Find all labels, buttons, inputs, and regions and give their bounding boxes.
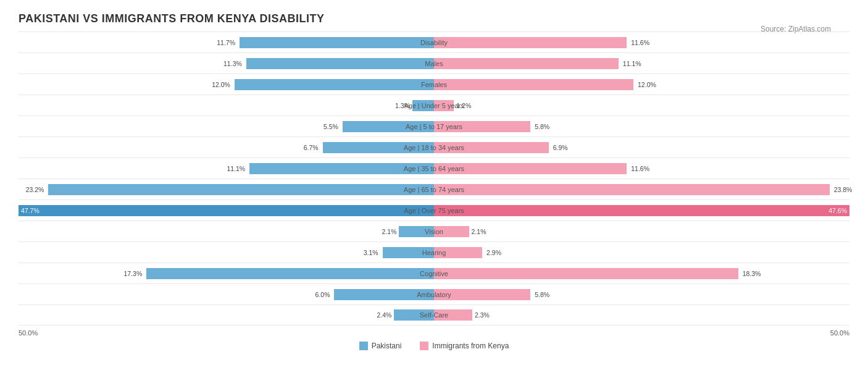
bar-area: 2.1% Vision 2.1% [19,221,849,242]
table-row: 3.1% Hearing 2.9% [19,242,849,262]
bar-left-wrapper: 2.4% [19,305,434,325]
bar-left-wrapper: 11.1% [19,158,434,178]
table-row: 2.4% Self-Care 2.3% [19,304,849,326]
bar-right-wrapper: 12.0% [434,74,849,94]
bar-left: 11.3% [246,58,434,69]
bar-left [399,226,434,237]
bar-left: 5.5% [343,121,434,132]
bar-left-wrapper: 11.3% [19,53,434,74]
bar-left: 47.7% [19,205,434,216]
bar-right [434,309,472,321]
val-left: 3.1% [364,249,381,256]
val-left: 11.3% [223,60,244,67]
val-right: 5.8% [532,291,549,298]
bar-left-wrapper: 12.0% [19,74,434,94]
val-left: 2.4% [377,311,394,319]
val-left: 6.7% [304,144,321,151]
bar-right: 11.6% [434,37,627,48]
val-right: 11.6% [628,39,649,46]
val-right: 23.8% [832,186,853,193]
bar-area: 17.3% Cognitive 18.3% [19,263,849,284]
bar-left: 3.1% [383,247,434,258]
bar-right: 12.0% [434,79,633,90]
bar-right: 23.8% [434,184,830,195]
bar-area: 5.5% Age | 5 to 17 years 5.8% [19,116,849,136]
bar-left-wrapper: 17.3% [19,263,434,284]
legend-item-kenya: Immigrants from Kenya [420,342,509,350]
bar-right-wrapper: 5.8% [434,116,849,136]
val-left: 23.2% [26,186,47,193]
bar-area: 6.7% Age | 18 to 34 years 6.9% [19,137,849,158]
bar-right: 11.1% [434,58,619,69]
table-row: 6.7% Age | 18 to 34 years 6.9% [19,136,849,158]
bar-right: 18.3% [434,268,738,279]
legend-item-pakistani: Pakistani [359,342,402,350]
bar-right [434,100,454,111]
bar-right: 6.9% [434,142,549,153]
bar-left: 11.1% [249,163,434,174]
bar-left [412,100,434,111]
table-row: 1.3% Age | Under 5 years 1.2% [19,94,849,116]
bar-area: 1.3% Age | Under 5 years 1.2% [19,95,849,116]
bar-left-wrapper: 5.5% [19,116,434,136]
axis-right-label: 50.0% [830,329,849,337]
val-left: 17.3% [124,270,145,277]
table-row: 2.1% Vision 2.1% [19,220,849,242]
bar-right-wrapper: 11.6% [434,158,849,178]
bar-right [434,226,469,237]
bar-left-wrapper: 23.2% [19,179,434,200]
table-row: 6.0% Ambulatory 5.8% [19,284,849,304]
bar-right-wrapper: 2.9% [434,242,849,262]
bar-left-wrapper: 2.1% [19,221,434,242]
bar-left-wrapper: 1.3% [19,95,434,116]
val-left-inside: 47.7% [19,207,40,214]
table-row: 23.2% Age | 65 to 74 years 23.8% [19,178,849,200]
bar-left: 12.0% [235,79,434,90]
legend-box-pakistani [359,342,368,350]
bar-area: 11.7% Disability 11.6% [19,32,849,52]
bar-right-wrapper: 2.3% [434,305,849,325]
legend: Pakistani Immigrants from Kenya [19,342,849,350]
table-row: 12.0% Females 12.0% [19,74,849,94]
bar-left-wrapper: 6.0% [19,284,434,304]
bar-area: 12.0% Females 12.0% [19,74,849,94]
bar-right: 5.8% [434,121,530,132]
val-left: 2.1% [382,228,399,235]
bar-area: 3.1% Hearing 2.9% [19,242,849,262]
table-row: 11.7% Disability 11.6% [19,32,849,52]
bar-right-wrapper: 6.9% [434,137,849,158]
legend-box-kenya [420,342,428,350]
bar-area: 47.7% Age | Over 75 years 47.6% [19,200,849,220]
val-left: 11.1% [227,165,248,172]
table-row: 5.5% Age | 5 to 17 years 5.8% [19,116,849,136]
bar-area: 11.3% Males 11.1% [19,53,849,74]
val-right: 2.9% [484,249,501,256]
bar-left-wrapper: 11.7% [19,32,434,52]
bar-right: 2.9% [434,247,482,258]
legend-label-kenya: Immigrants from Kenya [432,342,509,350]
val-left: 12.0% [212,81,233,88]
val-right-inside: 47.6% [828,207,849,214]
bar-left: 6.0% [334,289,434,300]
bar-right-wrapper: 18.3% [434,263,849,284]
bar-left: 6.7% [323,142,434,153]
val-right: 11.6% [628,165,649,172]
val-left: 6.0% [315,291,333,298]
bar-right-wrapper: 1.2% [434,95,849,116]
bar-left: 17.3% [146,268,434,279]
val-right: 12.0% [635,81,656,88]
val-left: 11.7% [217,39,238,46]
table-row: 11.3% Males 11.1% [19,52,849,74]
val-right: 18.3% [740,270,761,277]
axis-row: 50.0% 50.0% [19,329,849,337]
val-right: 6.9% [551,144,568,151]
bar-left-wrapper: 3.1% [19,242,434,262]
bar-right: 11.6% [434,163,627,174]
val-left: 1.3% [395,102,412,109]
chart-title: PAKISTANI VS IMMIGRANTS FROM KENYA DISAB… [19,12,849,25]
bar-left: 23.2% [48,184,434,195]
val-left: 5.5% [323,123,341,130]
axis-left-label: 50.0% [19,329,38,337]
bar-left [394,309,434,321]
bar-left-wrapper: 6.7% [19,137,434,158]
